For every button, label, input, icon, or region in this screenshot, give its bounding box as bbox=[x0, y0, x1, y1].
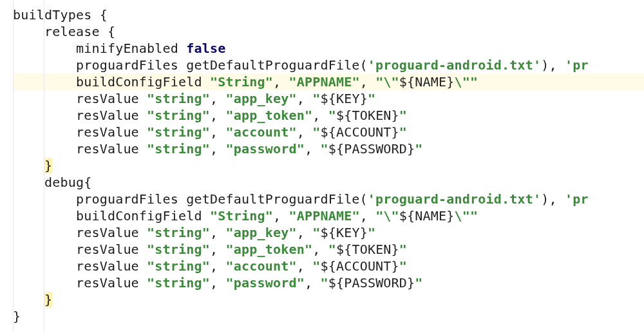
token-str: " bbox=[328, 242, 336, 257]
token-strp: ${PASSWORD} bbox=[328, 275, 415, 291]
token-plain: , bbox=[549, 57, 564, 73]
token-plain: resValue bbox=[76, 124, 147, 140]
token-plain: resValue bbox=[76, 108, 147, 123]
token-plain: , bbox=[549, 191, 564, 207]
token-str: "account" bbox=[226, 124, 297, 140]
code-line: resValue "string", "account", "${ACCOUNT… bbox=[13, 124, 644, 140]
code-block: buildTypes { release { minifyEnabled fal… bbox=[13, 6, 644, 325]
token-plain: , bbox=[273, 208, 289, 224]
token-str: " bbox=[415, 141, 422, 157]
code-line: resValue "string", "password", "${PASSWO… bbox=[13, 140, 644, 157]
code-line: release { bbox=[13, 23, 644, 40]
token-plain: , bbox=[210, 242, 225, 257]
token-str: "password" bbox=[226, 275, 305, 291]
token-plain: ) bbox=[541, 191, 549, 207]
token-plain: , bbox=[297, 91, 312, 106]
token-plain: , bbox=[210, 124, 225, 140]
token-strp: ${KEY} bbox=[320, 225, 367, 240]
token-strp: ${TOKEN} bbox=[336, 108, 399, 123]
code-line: buildConfigField "String", "APPNAME", "\… bbox=[13, 73, 644, 90]
token-strp: ${ACCOUNT} bbox=[320, 258, 399, 274]
token-plain: , bbox=[210, 258, 225, 274]
token-str: " bbox=[415, 275, 422, 291]
indent-guide bbox=[44, 0, 44, 331]
token-str: " bbox=[368, 91, 375, 106]
token-plain: , bbox=[297, 225, 312, 240]
token-str: "String" bbox=[210, 74, 273, 90]
token-str: "app_token" bbox=[226, 108, 313, 123]
token-plain: resValue bbox=[76, 141, 147, 157]
token-strp: ${NAME} bbox=[399, 208, 455, 224]
token-str: " bbox=[320, 141, 328, 157]
code-line: resValue "string", "app_key", "${KEY}" bbox=[13, 224, 644, 241]
token-strp: ${NAME} bbox=[399, 74, 455, 90]
token-plain: buildConfigField bbox=[76, 74, 210, 90]
code-line: } bbox=[13, 308, 644, 325]
code-line: } bbox=[13, 157, 644, 174]
token-brace: } bbox=[44, 292, 52, 307]
token-str: \"" bbox=[455, 74, 478, 90]
token-strp: ${PASSWORD} bbox=[328, 141, 415, 157]
token-plain: , bbox=[210, 275, 225, 291]
token-str: " bbox=[399, 242, 407, 257]
token-str: " bbox=[399, 108, 407, 123]
token-str: "app_token" bbox=[226, 242, 313, 257]
code-line: minifyEnabled false bbox=[13, 40, 644, 57]
token-str: " bbox=[320, 275, 328, 291]
code-line: resValue "string", "app_token", "${TOKEN… bbox=[13, 107, 644, 124]
token-plain: release { bbox=[44, 24, 115, 39]
code-line: resValue "string", "app_key", "${KEY}" bbox=[13, 90, 644, 107]
code-line: resValue "string", "account", "${ACCOUNT… bbox=[13, 258, 644, 274]
token-str: "String" bbox=[210, 208, 273, 224]
token-str: " bbox=[368, 225, 375, 240]
code-line: resValue "string", "password", "${PASSWO… bbox=[13, 274, 644, 291]
token-plain: , bbox=[210, 91, 225, 106]
token-plain: buildTypes { bbox=[13, 7, 108, 23]
token-str: "account" bbox=[226, 258, 297, 274]
code-line: buildConfigField "String", "APPNAME", "\… bbox=[13, 207, 644, 224]
code-line: proguardFiles getDefaultProguardFile('pr… bbox=[13, 191, 644, 207]
token-str: "APPNAME" bbox=[289, 74, 359, 90]
token-kw-false: false bbox=[186, 41, 225, 56]
token-str: "string" bbox=[147, 141, 210, 157]
code-line: proguardFiles getDefaultProguardFile('pr… bbox=[13, 57, 644, 73]
token-str: 'pr bbox=[565, 191, 589, 207]
token-plain: } bbox=[13, 309, 21, 324]
token-str: " bbox=[312, 225, 320, 240]
token-plain: resValue bbox=[76, 225, 147, 240]
token-plain: , bbox=[305, 141, 320, 157]
token-str: \"" bbox=[455, 208, 478, 224]
token-plain: minifyEnabled bbox=[76, 41, 186, 56]
token-str: "string" bbox=[147, 242, 210, 257]
token-plain: resValue bbox=[76, 91, 147, 106]
token-plain: buildConfigField bbox=[76, 208, 210, 224]
token-strp: ${ACCOUNT} bbox=[320, 124, 399, 140]
token-strp: ${KEY} bbox=[320, 91, 367, 106]
token-str: "string" bbox=[147, 258, 210, 274]
token-plain: resValue bbox=[76, 242, 147, 257]
token-plain: proguardFiles getDefaultProguardFile( bbox=[76, 191, 368, 207]
code-line: } bbox=[13, 291, 644, 308]
token-str: "\" bbox=[375, 208, 399, 224]
token-plain: , bbox=[210, 141, 225, 157]
token-str: "string" bbox=[147, 275, 210, 291]
token-str: "string" bbox=[147, 91, 210, 106]
code-line: buildTypes { bbox=[13, 6, 644, 23]
token-plain: , bbox=[305, 275, 320, 291]
token-str: " bbox=[328, 108, 336, 123]
token-str: "string" bbox=[147, 225, 210, 240]
token-plain: , bbox=[312, 108, 328, 123]
token-str: "app_key" bbox=[226, 225, 297, 240]
token-str: "string" bbox=[147, 108, 210, 123]
token-str: "app_key" bbox=[226, 91, 297, 106]
token-plain: ) bbox=[541, 57, 549, 73]
token-plain: debug{ bbox=[44, 175, 91, 190]
token-plain: , bbox=[312, 242, 328, 257]
token-plain: , bbox=[360, 208, 375, 224]
token-plain: resValue bbox=[76, 275, 147, 291]
token-brace: } bbox=[44, 158, 52, 173]
token-str: "string" bbox=[147, 124, 210, 140]
token-strp: ${TOKEN} bbox=[336, 242, 399, 257]
token-plain: proguardFiles getDefaultProguardFile( bbox=[76, 57, 368, 73]
token-plain: , bbox=[273, 74, 289, 90]
